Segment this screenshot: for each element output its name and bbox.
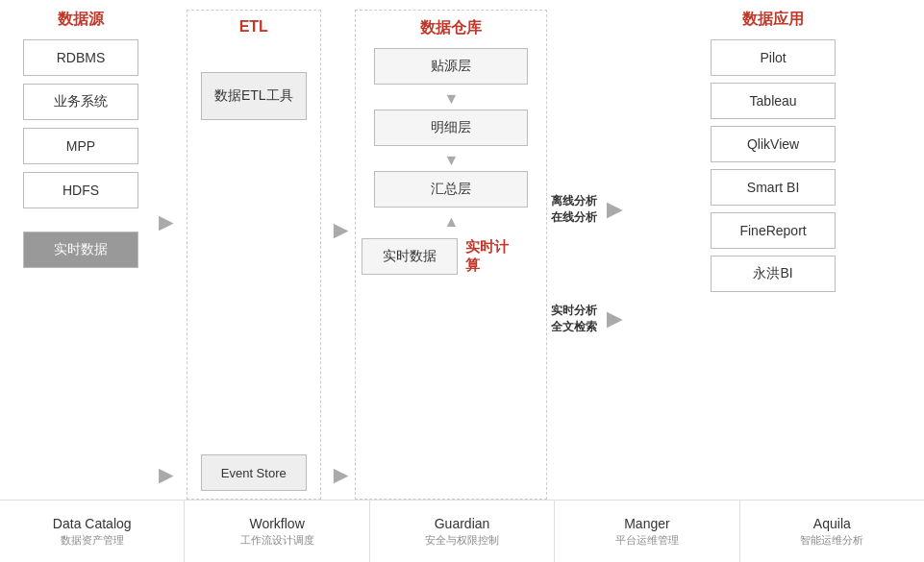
bottom-item-3: Manger 平台运维管理 xyxy=(555,501,739,562)
bottom-item-4: Aquila 智能运维分析 xyxy=(740,501,924,562)
bottom-title-0: Data Catalog xyxy=(53,516,132,531)
arrow-eventstore-to-dw: ► xyxy=(329,460,354,490)
main-container: 数据源 RDBMS 业务系统 MPP HDFS 实时数据 ► ► ETL xyxy=(0,0,924,562)
arrow-etl-to-dw: ► xyxy=(329,215,354,245)
analysis-line-4: 全文检索 xyxy=(551,319,597,335)
bottom-bar: Data Catalog 数据资产管理 Workflow 工作流设计调度 Gua… xyxy=(0,500,924,562)
col-etl: ETL 数据ETL工具 Event Store xyxy=(187,10,321,500)
bottom-subtitle-2: 安全与权限控制 xyxy=(425,533,499,548)
dw-layer-2: 明细层 xyxy=(374,110,528,146)
bottom-item-2: Guardian 安全与权限控制 xyxy=(370,501,555,562)
bottom-subtitle-4: 智能运维分析 xyxy=(800,533,863,548)
datasource-title: 数据源 xyxy=(58,10,104,30)
dw-layer-3: 汇总层 xyxy=(374,171,528,208)
bottom-subtitle-1: 工作流设计调度 xyxy=(240,533,314,548)
analysis-block-2: 实时分析 全文检索 ► xyxy=(551,303,628,335)
bottom-item-0: Data Catalog 数据资产管理 xyxy=(0,501,185,562)
ds-item-realtime: 实时数据 xyxy=(23,232,138,268)
dw-arrow-up: ▲ xyxy=(444,213,460,231)
col-dw: 数据仓库 贴源层 ▼ 明细层 ▼ 汇总层 ▲ 实时数据 实时计算 xyxy=(355,10,547,500)
arrow-ds-realtime-to-etl: ► xyxy=(154,460,179,490)
ds-item-hdfs: HDFS xyxy=(23,172,138,208)
dw-inner: 贴源层 ▼ 明细层 ▼ 汇总层 ▲ 实时数据 实时计算 xyxy=(362,48,540,275)
dw-title: 数据仓库 xyxy=(420,18,482,38)
col-datasource: 数据源 RDBMS 业务系统 MPP HDFS 实时数据 xyxy=(10,10,152,500)
dw-layer-1: 贴源层 xyxy=(374,48,528,85)
arrow-col-1: ► ► xyxy=(152,10,181,500)
dw-realtime-row: 实时数据 实时计算 xyxy=(362,238,540,275)
app-title: 数据应用 xyxy=(742,10,804,30)
analysis-text-1: 离线分析 在线分析 xyxy=(551,193,597,226)
bottom-subtitle-0: 数据资产管理 xyxy=(61,533,124,548)
bottom-title-3: Manger xyxy=(624,516,669,531)
col-app: 数据应用 Pilot Tableau QlikView Smart BI Fin… xyxy=(632,10,914,500)
bottom-title-1: Workflow xyxy=(249,516,304,531)
etl-title: ETL xyxy=(239,18,268,36)
analysis-section: 离线分析 在线分析 ► 实时分析 全文检索 ► xyxy=(547,29,632,500)
analysis-line-3: 实时分析 xyxy=(551,303,597,319)
app-item-2: QlikView xyxy=(711,126,836,162)
bottom-item-1: Workflow 工作流设计调度 xyxy=(185,501,369,562)
arrow-col-2: ► ► xyxy=(327,10,356,500)
ds-item-biz: 业务系统 xyxy=(23,84,138,120)
realtime-calc-label: 实时计算 xyxy=(465,238,518,275)
analysis-line-2: 在线分析 xyxy=(551,209,597,226)
app-item-0: Pilot xyxy=(711,39,836,76)
app-item-4: FineReport xyxy=(711,212,836,249)
dw-realtime-box: 实时数据 xyxy=(362,238,458,275)
app-item-1: Tableau xyxy=(711,83,836,119)
dw-arrow-1: ▼ xyxy=(444,90,460,108)
bottom-title-2: Guardian xyxy=(435,516,490,531)
analysis-block-1: 离线分析 在线分析 ► xyxy=(551,193,628,226)
etl-tool-box: 数据ETL工具 xyxy=(201,72,307,120)
bottom-subtitle-3: 平台运维管理 xyxy=(615,533,679,548)
analysis-text-2: 实时分析 全文检索 xyxy=(551,303,597,335)
app-item-3: Smart BI xyxy=(711,169,836,206)
arrow-ds-to-etl: ► xyxy=(154,208,179,237)
datasource-items: RDBMS 业务系统 MPP HDFS 实时数据 xyxy=(10,39,152,268)
app-item-5: 永洪BI xyxy=(711,256,836,292)
ds-item-rdbms: RDBMS xyxy=(23,39,138,76)
bottom-title-4: Aquila xyxy=(813,516,851,531)
event-store-box: Event Store xyxy=(201,454,307,491)
app-items: Pilot Tableau QlikView Smart BI FineRepo… xyxy=(711,39,836,292)
etl-inner: 数据ETL工具 Event Store xyxy=(193,43,314,491)
analysis-line-1: 离线分析 xyxy=(551,193,597,209)
analysis-arrow-1: ► xyxy=(601,194,628,225)
ds-item-mpp: MPP xyxy=(23,128,138,164)
analysis-arrow-2: ► xyxy=(601,304,628,334)
top-layout: 数据源 RDBMS 业务系统 MPP HDFS 实时数据 ► ► ETL xyxy=(0,0,924,500)
dw-arrow-2: ▼ xyxy=(444,152,460,169)
